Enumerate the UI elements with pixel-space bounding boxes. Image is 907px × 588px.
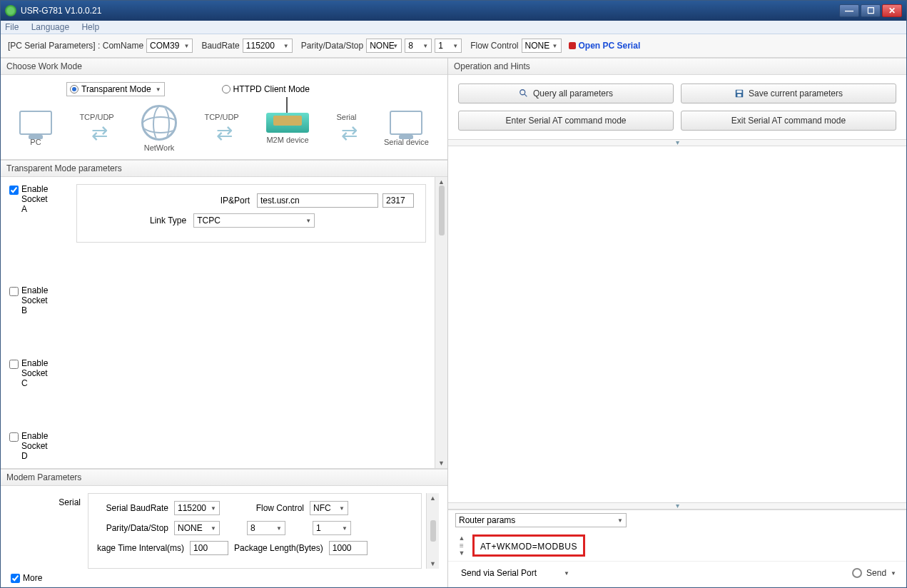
transparent-params-header: Transparent Mode parameters	[1, 160, 447, 177]
maximize-button[interactable]: ☐	[861, 4, 881, 17]
linktype-select[interactable]: TCPC	[193, 213, 315, 228]
query-all-parameters-button[interactable]: Query all parameters	[458, 83, 674, 103]
log-output-area	[448, 146, 906, 502]
ipport-label: IP&Port	[221, 196, 250, 206]
pc-icon	[19, 111, 52, 135]
parity-select[interactable]: NONE	[366, 39, 402, 53]
menu-language[interactable]: Language	[31, 22, 69, 32]
splitter[interactable]	[448, 139, 906, 146]
titlebar: USR-G781 V1.0.0.21 — ☐ ✕	[1, 1, 906, 21]
scroll-thumb[interactable]	[439, 186, 445, 235]
scroll-down-icon[interactable]: ▼	[430, 560, 436, 567]
comname-select[interactable]: COM39	[146, 39, 193, 53]
radio-transparent-mode[interactable]: Transparent Mode	[66, 82, 165, 96]
splitter[interactable]	[448, 502, 906, 510]
serial-toolbar: [PC Serial Parameters] : ComName COM39 B…	[1, 34, 906, 58]
pkg-time-input[interactable]	[190, 541, 228, 555]
port-input[interactable]	[382, 193, 414, 208]
flow-control-select[interactable]: NFC	[310, 501, 348, 515]
modem-pds-label: Parity/Data/Stop	[97, 523, 168, 533]
flowcontrol-select[interactable]: NONE	[522, 39, 562, 53]
save-current-parameters-button[interactable]: Save current parameters	[681, 83, 896, 103]
modem-params-header: Modem Parameters	[1, 469, 447, 486]
exit-at-mode-button[interactable]: Exit Serial AT command mode	[681, 111, 896, 131]
svg-rect-4	[737, 94, 741, 97]
ip-input[interactable]	[257, 193, 378, 208]
send-via-select[interactable]: Send via Serial Port	[458, 566, 572, 580]
send-icon	[852, 568, 862, 578]
scroll-down-icon[interactable]: ▼	[459, 549, 465, 557]
modem-stopbits-select[interactable]: 1	[313, 521, 351, 535]
svg-rect-3	[736, 91, 741, 93]
scrollbar[interactable]: ▲ ▼	[435, 177, 447, 468]
pkg-len-label: Package Length(Bytes)	[234, 543, 323, 553]
modem-parity-select[interactable]: NONE	[174, 521, 220, 535]
serial-device-icon	[390, 111, 422, 135]
menu-file[interactable]: File	[5, 22, 19, 32]
serial-section-label: Serial	[9, 493, 88, 569]
serial-status-icon	[569, 42, 576, 49]
serial-baud-label: Serial BaudRate	[97, 503, 168, 513]
operation-hints-header: Operation and Hints	[448, 58, 906, 75]
stopbits-select[interactable]: 1	[435, 39, 462, 53]
pkg-time-label: kage Time Interval(ms)	[97, 543, 184, 553]
m2m-device-icon	[266, 113, 309, 133]
socket-a-form: IP&Port Link Type TCPC	[76, 184, 426, 243]
workmode-diagram: PC TCP/UDP⇄ NetWork TCP/UDP⇄ M2M device …	[9, 102, 439, 152]
enable-socket-c-checkbox[interactable]: EnableSocket C	[9, 358, 52, 388]
router-params-select[interactable]: Router params	[455, 513, 627, 527]
flow-label: Flow Control	[470, 41, 518, 51]
enable-socket-b-checkbox[interactable]: EnableSocket B	[9, 285, 52, 315]
databits-select[interactable]: 8	[405, 39, 432, 53]
search-icon	[519, 88, 529, 98]
svg-line-1	[525, 94, 527, 97]
more-checkbox[interactable]: More	[1, 573, 447, 587]
at-command-highlight: AT+WKMOD=MODBUS	[472, 534, 585, 557]
send-button[interactable]: Send ▼	[852, 568, 896, 578]
save-icon	[734, 88, 744, 98]
serial-baud-select[interactable]: 115200	[174, 501, 220, 515]
pkg-len-input[interactable]	[329, 541, 368, 555]
pds-label: Parity/Data/Stop	[301, 41, 363, 51]
open-pc-serial-button[interactable]: Open PC Serial	[569, 41, 641, 51]
modem-scrollbar[interactable]: ▲ ▼	[426, 493, 439, 569]
app-icon	[5, 5, 16, 16]
enable-socket-d-checkbox[interactable]: EnableSocket D	[9, 431, 52, 461]
pcserial-label: [PC Serial Parameters] : ComName	[8, 41, 143, 51]
at-command-text[interactable]: AT+WKMOD=MODBUS	[480, 542, 577, 552]
baudrate-select[interactable]: 115200	[243, 39, 293, 53]
radio-httpd-client-mode[interactable]: HTTPD Client Mode	[222, 84, 310, 94]
enter-at-mode-button[interactable]: Enter Serial AT command mode	[458, 111, 674, 131]
minimize-button[interactable]: —	[839, 4, 859, 17]
scroll-up-icon[interactable]: ▲	[459, 534, 465, 542]
scroll-thumb[interactable]	[430, 520, 436, 542]
network-icon	[141, 105, 177, 141]
enable-socket-a-checkbox[interactable]: EnableSocket A	[9, 184, 52, 214]
close-button[interactable]: ✕	[882, 4, 902, 17]
scroll-up-icon[interactable]: ▲	[430, 495, 436, 502]
linktype-label: Link Type	[150, 216, 186, 225]
baud-label: BaudRate	[201, 41, 239, 51]
workmode-header: Choose Work Mode	[1, 58, 447, 75]
menu-help[interactable]: Help	[81, 22, 99, 32]
menubar: File Language Help	[1, 21, 906, 34]
scroll-up-icon[interactable]: ▲	[438, 178, 445, 186]
window-title: USR-G781 V1.0.0.21	[21, 6, 839, 16]
flow-control-label: Flow Control	[247, 503, 304, 513]
scroll-down-icon[interactable]: ▼	[438, 460, 445, 467]
modem-databits-select[interactable]: 8	[247, 521, 285, 535]
svg-point-0	[520, 90, 525, 95]
